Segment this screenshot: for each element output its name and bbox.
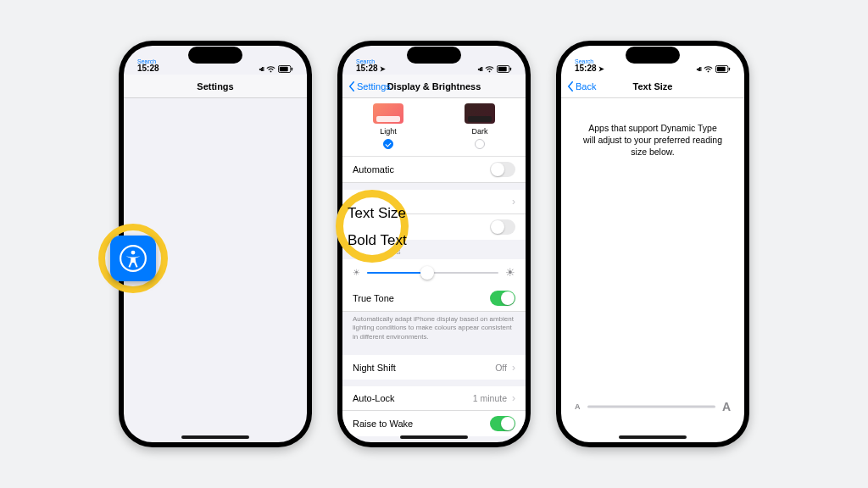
page-title: Settings — [197, 81, 233, 92]
svg-rect-10 — [717, 67, 726, 71]
chevron-right-icon: › — [512, 362, 515, 374]
chevron-right-icon: › — [512, 392, 515, 404]
svg-rect-2 — [280, 67, 288, 71]
text-size-slider[interactable]: A A — [575, 400, 731, 413]
row-night-shift[interactable]: Night Shift Off › — [342, 355, 526, 380]
row-automatic[interactable]: Automatic — [342, 157, 526, 183]
notch — [188, 47, 242, 64]
row-raise-to-wake[interactable]: Raise to Wake — [342, 411, 526, 436]
row-auto-lock[interactable]: Auto-Lock 1 minute › — [342, 386, 526, 411]
signal-icon: •ıll — [697, 65, 701, 73]
page-title: Text Size — [633, 81, 673, 92]
signal-icon: •ıll — [259, 65, 264, 73]
auto-lock-value: 1 minute — [473, 393, 507, 403]
appearance-selector: Light Dark — [342, 98, 526, 157]
dark-thumbnail — [465, 103, 495, 124]
home-indicator[interactable] — [400, 435, 468, 439]
accessibility-app-icon — [110, 236, 156, 281]
true-tone-footnote: Automatically adapt iPhone display based… — [342, 312, 526, 348]
brightness-header: BRIGHTNESS — [342, 240, 526, 259]
sun-small-icon: ☀︎ — [353, 268, 360, 277]
bold-text-label: Bold Text — [353, 222, 490, 232]
notch — [626, 47, 680, 64]
back-label: Back — [576, 81, 596, 92]
raise-to-wake-label: Raise to Wake — [353, 419, 490, 429]
large-a-icon: A — [722, 400, 731, 413]
brightness-slider-row[interactable]: ☀︎ ☀︎ — [342, 259, 526, 286]
appearance-light[interactable]: Light — [373, 103, 403, 149]
slider-track[interactable] — [587, 400, 715, 413]
appearance-dark[interactable]: Dark — [465, 103, 495, 149]
automatic-label: Automatic — [353, 164, 490, 175]
battery-icon — [715, 65, 731, 73]
automatic-toggle[interactable] — [490, 162, 515, 177]
light-label: Light — [380, 127, 397, 136]
status-time: 15:28➤ — [356, 64, 386, 73]
light-thumbnail — [373, 103, 403, 124]
text-size-label: Text Size — [353, 197, 512, 207]
navbar-settings: Settings — [124, 75, 307, 98]
screen-display: Search 15:28➤ •ıll Settings Display & Br… — [342, 46, 526, 442]
page-title: Display & Brightness — [387, 81, 481, 92]
notch — [407, 47, 461, 64]
phone-settings: Search 15:28 •ıll Settings — [119, 41, 312, 447]
auto-lock-label: Auto-Lock — [353, 393, 473, 403]
wifi-icon — [704, 66, 713, 73]
display-content[interactable]: Light Dark Automatic Text Size › — [342, 98, 526, 442]
row-true-tone[interactable]: True Tone — [342, 286, 526, 312]
status-time: 15:28➤ — [575, 64, 604, 73]
chevron-right-icon: › — [512, 196, 515, 208]
sun-large-icon: ☀︎ — [505, 266, 515, 279]
status-icons: •ıll — [259, 65, 293, 73]
bold-text-toggle[interactable] — [490, 219, 515, 235]
navbar-display: Settings Display & Brightness — [342, 75, 526, 98]
signal-icon: •ıll — [478, 65, 482, 73]
screen-text-size: Search 15:28➤ •ıll Back Text Size Apps t… — [561, 46, 744, 442]
row-text-size[interactable]: Text Size › — [342, 190, 526, 214]
location-icon: ➤ — [380, 65, 386, 73]
battery-icon — [278, 65, 293, 73]
light-radio[interactable] — [383, 139, 393, 149]
text-size-content: Apps that support Dynamic Type will adju… — [561, 98, 744, 442]
true-tone-label: True Tone — [353, 293, 490, 303]
navbar-text-size: Back Text Size — [561, 75, 744, 98]
night-shift-value: Off — [495, 363, 507, 373]
home-indicator[interactable] — [181, 435, 249, 439]
night-shift-label: Night Shift — [353, 363, 495, 373]
wifi-icon — [485, 66, 494, 73]
status-time: 15:28 — [137, 64, 159, 73]
row-bold-text[interactable]: Bold Text — [342, 214, 526, 240]
true-tone-toggle[interactable] — [490, 291, 515, 306]
wifi-icon — [266, 66, 275, 73]
dark-radio[interactable] — [475, 139, 485, 149]
location-icon: ➤ — [598, 65, 604, 73]
phone-display-brightness: Search 15:28➤ •ıll Settings Display & Br… — [337, 41, 531, 447]
dynamic-type-message: Apps that support Dynamic Type will adju… — [561, 98, 744, 158]
battery-icon — [497, 65, 512, 73]
back-button[interactable]: Settings — [348, 75, 391, 97]
svg-point-4 — [131, 251, 136, 255]
phone-text-size: Search 15:28➤ •ıll Back Text Size Apps t… — [556, 41, 749, 447]
svg-rect-9 — [729, 68, 730, 71]
back-label: Settings — [357, 81, 391, 92]
small-a-icon: A — [575, 402, 581, 411]
raise-to-wake-toggle[interactable] — [490, 416, 515, 431]
svg-rect-6 — [510, 68, 511, 71]
dark-label: Dark — [471, 127, 487, 136]
back-button[interactable]: Back — [566, 75, 596, 97]
home-indicator[interactable] — [619, 435, 687, 439]
svg-rect-7 — [498, 67, 507, 71]
svg-rect-1 — [292, 68, 292, 71]
brightness-slider[interactable] — [367, 272, 498, 274]
